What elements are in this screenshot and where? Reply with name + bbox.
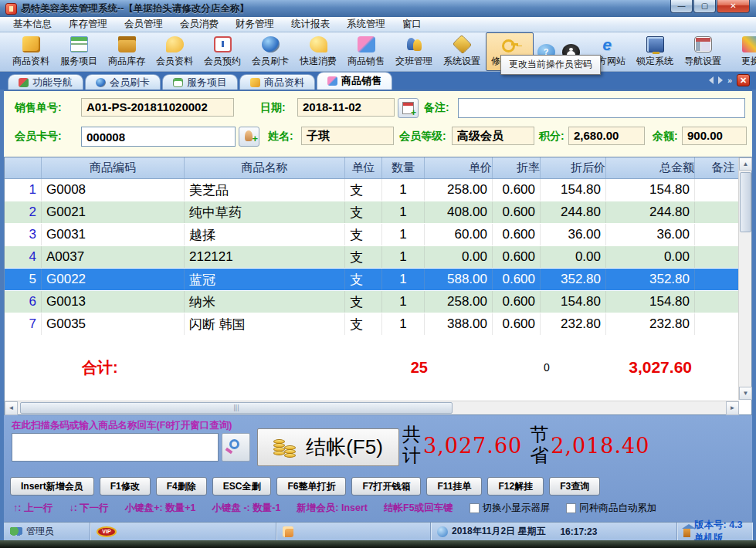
vip-badge: VIP (97, 526, 117, 537)
status-bar: 管理员 VIP 2018年11月2日 星期五 16:17:23 版本号: 4.3… (4, 522, 752, 540)
users-icon (10, 527, 22, 536)
key-icon (501, 36, 519, 52)
f3-query-button[interactable]: F3查询 (549, 477, 600, 496)
checkbox-icon[interactable] (566, 503, 576, 513)
toolbar-system-settings-button[interactable]: 系统设置 (438, 32, 486, 71)
maximize-button[interactable]: ▢ (693, 0, 716, 13)
table-row[interactable]: 7 G0035 闪断 韩国 支 1 388.00 0.600 232.80 23… (5, 313, 751, 336)
f12-unhold-button[interactable]: F12解挂 (487, 477, 544, 496)
scan-search-button[interactable] (222, 433, 250, 462)
tab-product-info[interactable]: 商品资料 (239, 74, 315, 90)
vertical-scroll-thumb[interactable] (740, 172, 751, 232)
menu-item[interactable]: 基本信息 (6, 16, 59, 32)
checkout-button-label: 结帐(F5) (306, 434, 383, 461)
tooltip: 更改当前操作员密码 (500, 55, 601, 75)
function-button-row: Insert新增会员 F1修改 F4删除 ESC全删 F6整单打折 F7打开钱箱… (10, 477, 600, 496)
close-button[interactable]: ✕ (717, 0, 750, 13)
horizontal-scroll-thumb[interactable] (20, 402, 453, 414)
tab-close-button[interactable]: ✕ (737, 74, 750, 86)
calendar-button[interactable] (398, 98, 419, 118)
toolbar-product-info-button[interactable]: 商品资料 (7, 32, 55, 71)
scan-input[interactable] (12, 433, 219, 462)
toolbar-nav-settings-button[interactable]: 导航设置 (679, 32, 727, 71)
f7-open-drawer-button[interactable]: F7打开钱箱 (351, 477, 421, 496)
checkbox-icon[interactable] (470, 503, 480, 513)
tab-scroll-left-icon[interactable] (709, 76, 714, 84)
name-label: 姓名: (268, 127, 293, 145)
lock-system-icon (646, 36, 664, 52)
app-window: 易特美容美发管理系统--【单据抬头请修改分店全称】 — ▢ ✕ 基本信息 库存管… (0, 0, 756, 548)
minimize-button[interactable]: — (670, 0, 693, 13)
toolbar-service-items-button[interactable]: 服务项目 (55, 32, 103, 71)
horizontal-scrollbar[interactable]: ◄ ► (5, 401, 739, 414)
service-items-tab-icon (173, 78, 183, 87)
sale-no-label: 销售单号: (15, 98, 62, 117)
toolbar-member-info-button[interactable]: 会员资料 (151, 32, 198, 71)
saved-value: 2,018.40 (551, 434, 649, 458)
status-user: 管理员 (4, 523, 90, 540)
app-icon (5, 3, 17, 15)
toggle-small-display-checkbox[interactable]: 切换小显示器屏 (470, 502, 551, 515)
home-icon (683, 529, 690, 537)
points-label: 积分: (539, 127, 564, 145)
summary-mid-value: 0 (544, 361, 550, 374)
product-sale-icon (358, 36, 375, 52)
note-label: 备注: (424, 98, 449, 117)
scroll-right-icon[interactable]: ► (726, 401, 739, 415)
menu-item[interactable]: 会员管理 (117, 16, 170, 32)
f6-discount-button[interactable]: F6整单打折 (276, 477, 346, 496)
toolbar-quick-sale-button[interactable]: 快速消费 (294, 32, 342, 71)
status-version: 版本号: 4.3 单机版 (677, 523, 752, 540)
toolbar-lock-system-button[interactable]: 锁定系统 (631, 32, 679, 71)
table-row[interactable]: 4 A0037 212121 支 1 0.00 0.600 0.00 0.00 (5, 246, 751, 269)
menu-item[interactable]: 财务管理 (229, 16, 281, 32)
checkout-button[interactable]: 结帐(F5) (257, 428, 399, 466)
menu-item[interactable]: 会员消费 (173, 16, 225, 32)
tab-scroll-right-icon[interactable] (718, 76, 723, 84)
grand-total: 共计 3,027.60 节省 2,018.40 (402, 425, 649, 466)
toolbar-shift-manage-button[interactable]: 交班管理 (390, 32, 438, 71)
hint-text: 小键盘+: 数量+1 (125, 502, 196, 515)
quick-sale-icon (310, 36, 327, 52)
esc-clear-all-button[interactable]: ESC全删 (212, 477, 272, 496)
f1-edit-button[interactable]: F1修改 (100, 477, 151, 496)
table-row[interactable]: 3 G0031 越揉 支 1 60.00 0.600 36.00 36.00 (5, 224, 751, 246)
vertical-scrollbar[interactable]: ▲ ▼ (738, 157, 751, 400)
sale-items-table: 商品编码 商品名称 单位 数量 单价 折率 折后价 总金额 备注 1 G0008… (4, 157, 752, 415)
sale-no-value: A01-PS-201811020002 (81, 98, 234, 117)
menu-item[interactable]: 统计报表 (284, 16, 337, 32)
toolbar-member-swipe-button[interactable]: 会员刷卡 (246, 32, 294, 71)
tab-overflow-icon[interactable]: » (727, 76, 732, 85)
table-row-selected[interactable]: 5 G0022 蓝冠 支 1 588.00 0.600 352.80 352.8… (5, 269, 751, 291)
points-value: 2,680.00 (568, 127, 645, 145)
scroll-up-icon[interactable]: ▲ (739, 157, 752, 171)
tab-member-swipe[interactable]: 会员刷卡 (85, 74, 161, 90)
table-row[interactable]: 1 G0008 美芝品 支 1 258.00 0.600 154.80 154.… (5, 179, 751, 201)
note-input[interactable] (458, 98, 745, 118)
tab-service-items[interactable]: 服务项目 (162, 74, 238, 90)
menu-item[interactable]: 库存管理 (62, 16, 114, 32)
search-icon (229, 439, 239, 449)
header-price: 单价 (425, 157, 493, 178)
menu-item[interactable]: 系统管理 (340, 16, 392, 32)
toolbar-member-booking-button[interactable]: 会员预约 (198, 32, 246, 71)
toolbar-change-skin-button[interactable]: 更换 (727, 32, 756, 71)
toolbar-product-stock-button[interactable]: 商品库存 (103, 32, 151, 71)
auto-accumulate-checkbox[interactable]: 同种商品自动累加 (566, 502, 656, 515)
scroll-left-icon[interactable]: ◄ (5, 401, 18, 415)
tab-product-sale[interactable]: 商品销售 (317, 72, 392, 90)
member-swipe-icon (262, 36, 280, 52)
table-row[interactable]: 2 G0021 纯中草药 支 1 408.00 0.600 244.80 244… (5, 201, 751, 224)
member-card-input[interactable] (81, 127, 236, 147)
nav-settings-icon (694, 36, 712, 52)
table-row[interactable]: 6 G0013 纳米 支 1 258.00 0.600 154.80 154.8… (5, 291, 751, 313)
scroll-down-icon[interactable]: ▼ (739, 387, 752, 400)
menu-item[interactable]: 窗口 (395, 16, 429, 32)
insert-add-member-button[interactable]: Insert新增会员 (10, 477, 94, 496)
add-member-button[interactable] (239, 127, 259, 147)
f11-hold-button[interactable]: F11挂单 (426, 477, 482, 496)
f4-delete-button[interactable]: F4删除 (156, 477, 207, 496)
toolbar-product-sale-button[interactable]: 商品销售 (342, 32, 390, 71)
face-icon (283, 526, 293, 537)
tab-function-nav[interactable]: 功能导航 (8, 74, 83, 90)
